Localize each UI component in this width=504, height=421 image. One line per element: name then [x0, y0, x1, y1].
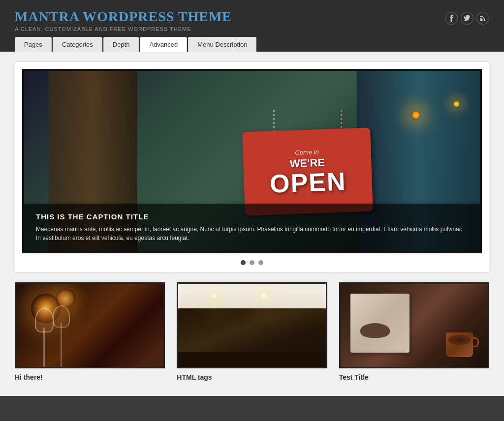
post-img-wine	[16, 284, 163, 367]
post-image-2[interactable]	[177, 282, 327, 368]
slider[interactable]: Come in WE'RE OPEN This is the Caption T…	[22, 69, 482, 253]
slider-dots	[22, 260, 482, 265]
coffee-surface	[448, 335, 471, 345]
cafe-ceiling	[178, 284, 325, 308]
cup-handle	[473, 337, 479, 347]
slider-dot-2[interactable]	[250, 260, 254, 265]
sign-open: OPEN	[269, 168, 346, 196]
sign-come-in: Come in	[295, 148, 319, 156]
slider-dot-1[interactable]	[241, 260, 246, 265]
site-branding: Mantra WordPress Theme A Clean, Customiz…	[15, 9, 232, 32]
window-glow-2	[453, 100, 460, 108]
post-image-3[interactable]	[339, 282, 489, 368]
post-card-3: Test Title	[339, 282, 489, 381]
espresso-group	[360, 323, 390, 338]
post-card-2: HTML tags	[177, 282, 327, 381]
social-icons	[445, 12, 489, 25]
window-glow-1	[411, 110, 421, 120]
tab-pages[interactable]: Pages	[15, 37, 52, 52]
open-sign: Come in WE'RE OPEN	[244, 130, 372, 213]
facebook-icon[interactable]	[445, 12, 458, 25]
cafe-floor	[178, 352, 325, 367]
slider-dot-3[interactable]	[258, 260, 263, 265]
post-img-cafe	[178, 284, 325, 367]
post-title-2[interactable]: HTML tags	[177, 373, 327, 381]
post-card-1: Hi there!	[15, 282, 165, 381]
nav-tabs: Pages Categories Depth Advanced Menu Des…	[15, 37, 489, 52]
tab-depth[interactable]: Depth	[103, 37, 139, 52]
rss-icon[interactable]	[476, 12, 489, 25]
tab-menu-description[interactable]: Menu Description	[188, 37, 256, 52]
site-subtitle: A Clean, Customizable and Free WordPress…	[15, 26, 232, 32]
site-header: Mantra WordPress Theme A Clean, Customiz…	[0, 0, 504, 52]
main-content: Come in WE'RE OPEN This is the Caption T…	[0, 52, 504, 396]
caption-text: Maecenas mauris ante, mollis ac semper i…	[36, 225, 468, 242]
sign-body: Come in WE'RE OPEN	[242, 128, 373, 216]
posts-grid: Hi there! HTML tags	[15, 282, 489, 381]
post-title-1[interactable]: Hi there!	[15, 373, 165, 381]
glass-stem-1	[43, 328, 45, 367]
glass-stem-2	[61, 323, 62, 367]
post-img-coffee	[341, 284, 488, 367]
tab-advanced[interactable]: Advanced	[140, 37, 187, 52]
tab-categories[interactable]: Categories	[53, 37, 102, 52]
espresso-machine	[350, 294, 410, 353]
caption-overlay: This is the Caption Title Maecenas mauri…	[24, 204, 480, 251]
post-image-1[interactable]	[15, 282, 165, 368]
caption-title: This is the Caption Title	[36, 212, 468, 221]
site-title: Mantra WordPress Theme	[15, 9, 232, 25]
chain-left	[273, 110, 275, 132]
slider-wrapper: Come in WE'RE OPEN This is the Caption T…	[15, 61, 489, 272]
twitter-icon[interactable]	[461, 12, 473, 25]
post-title-3[interactable]: Test Title	[339, 373, 489, 381]
coffee-cup	[446, 332, 473, 357]
slider-image: Come in WE'RE OPEN This is the Caption T…	[24, 71, 480, 251]
